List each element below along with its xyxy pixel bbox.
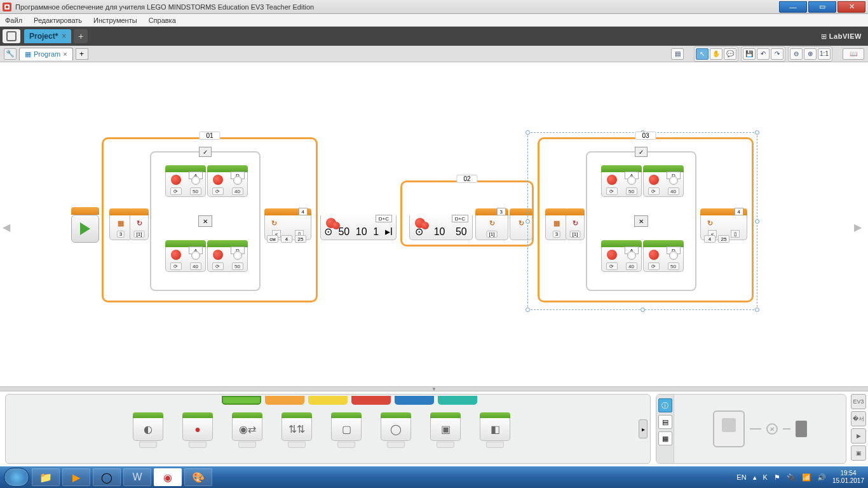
home-button[interactable]	[3, 29, 20, 43]
close-button[interactable]: ✕	[837, 1, 865, 13]
taskbar-chrome[interactable]: ◯	[93, 468, 121, 486]
palette-tab-data[interactable]	[351, 396, 391, 405]
zoom-out-button[interactable]: ⊖	[790, 48, 803, 60]
switch-1-true[interactable]: ✓	[199, 147, 212, 157]
loop-01-count[interactable]: 3	[117, 231, 125, 238]
taskbar-media[interactable]: ▶	[62, 468, 90, 486]
zoom-in-button[interactable]: ⊕	[804, 48, 817, 60]
palette-move-steering[interactable]: ◉⇄	[232, 412, 262, 448]
palette-large-motor[interactable]: ●	[182, 412, 213, 448]
undo-button[interactable]: ↶	[757, 48, 770, 60]
tray-power-icon[interactable]: 🔌	[787, 473, 796, 482]
taskbar-ev3[interactable]: ◉	[154, 468, 182, 486]
menu-help[interactable]: Справка	[149, 17, 176, 24]
tray-volume-icon[interactable]: 🔊	[817, 473, 826, 482]
palette-tab-flow[interactable]	[265, 396, 304, 405]
palette-tab-sensor[interactable]	[308, 396, 348, 405]
download-button[interactable]: �서	[851, 411, 866, 426]
switch-2-false[interactable]: ✕	[634, 215, 648, 227]
move-steer-block-2[interactable]: D+C ⊙1050	[409, 208, 473, 240]
move-steer-block-1[interactable]: D+C ⊙50101▸I	[320, 208, 397, 240]
tray-flag-icon[interactable]: ⚑	[774, 473, 780, 482]
canvas[interactable]: ◀ ▶ 01 ✓ ✕ ▦ 3 ↻ [1] A ⟳50 D ⟳40 A ⟳40	[0, 62, 868, 386]
loop-01-exit-unit[interactable]: см	[267, 235, 278, 243]
loop-02-exit-val[interactable]: [1]	[487, 231, 498, 238]
switch-2-true[interactable]: ✓	[635, 147, 648, 157]
palette-brick-status[interactable]: ▣	[430, 412, 461, 448]
add-program-button[interactable]: +	[76, 48, 88, 60]
loop-03-label: 03	[635, 132, 656, 140]
run-selected-button[interactable]: ▣	[851, 445, 866, 461]
motor-block-a-40[interactable]: A ⟳40	[165, 240, 206, 272]
motor-block-d-50-b[interactable]: D ⟳50	[643, 240, 684, 272]
project-tab[interactable]: Project* ×	[24, 29, 71, 43]
palette-screen[interactable]: ◧	[480, 412, 510, 448]
menu-file[interactable]: Файл	[5, 17, 22, 24]
palette-medium-motor[interactable]: ◐	[133, 412, 163, 448]
palette-tab-action[interactable]	[222, 396, 261, 405]
content-editor-button[interactable]: 📖	[843, 48, 864, 60]
seq-next-arrow[interactable]: ▶	[854, 221, 862, 233]
redo-button[interactable]: ↷	[771, 48, 783, 60]
tray-up-icon[interactable]: ▴	[753, 473, 757, 482]
palette-tab-myblocks[interactable]	[438, 396, 477, 405]
file-tool-group: 💾 ↶ ↷	[741, 46, 785, 62]
menu-bar: Файл Редактировать Инструменты Справка	[0, 14, 868, 27]
switch-1-false[interactable]: ✕	[198, 215, 212, 227]
motor-block-d-40[interactable]: D ⟳40	[207, 165, 248, 197]
pan-tool[interactable]: ✋	[710, 48, 722, 60]
seq-prev-arrow[interactable]: ◀	[3, 221, 10, 233]
hw-tab-ports[interactable]: ▤	[658, 415, 672, 429]
switch-1-input-val[interactable]: [1]	[134, 231, 145, 238]
motor-block-a-50-b[interactable]: A ⟳50	[601, 165, 642, 197]
zoom-fit-button[interactable]: 1:1	[818, 48, 831, 60]
ev3-label[interactable]: EV3	[851, 394, 866, 409]
loop-01-exit-p2[interactable]: 25	[295, 235, 306, 243]
menu-tools[interactable]: Инструменты	[93, 17, 137, 24]
hw-tab-brick[interactable]: ▦	[658, 431, 672, 445]
palette-tab-advanced[interactable]	[395, 396, 434, 405]
program-tab[interactable]: ▦ Program ×	[19, 48, 73, 60]
taskbar[interactable]: 📁 ▶ ◯ W ◉ 🎨 EN ▴ K ⚑ 🔌 📶 🔊 19:54 15.01.2…	[0, 466, 868, 488]
tray-network-icon[interactable]: 📶	[802, 473, 811, 482]
document-button[interactable]: ▤	[671, 48, 684, 60]
program-toolbar-row: 🔧 ▦ Program × + ▤ ↖ ✋ 💬 💾 ↶ ↷ ⊖ ⊕ 1:1 📖	[0, 46, 868, 62]
switch-2-input[interactable]: ↻[1]	[566, 208, 585, 240]
project-tab-close[interactable]: ×	[62, 32, 66, 41]
loop-03-index[interactable]: ▦3	[545, 208, 568, 240]
palette-sound[interactable]: ◯	[381, 412, 411, 448]
palette-display[interactable]: ▢	[331, 412, 362, 448]
taskbar-explorer[interactable]: 📁	[32, 468, 60, 486]
run-button[interactable]: ▶	[851, 428, 866, 444]
maximize-button[interactable]: ▭	[808, 1, 836, 13]
motor-block-a-50[interactable]: A ⟳50	[165, 165, 206, 197]
taskbar-paint[interactable]: 🎨	[184, 468, 212, 486]
taskbar-word[interactable]: W	[123, 468, 151, 486]
tray-lang[interactable]: EN	[736, 473, 746, 481]
hw-tab-info[interactable]: ⓘ	[658, 398, 672, 412]
palette-scroll-right[interactable]: ▸	[639, 419, 648, 438]
save-button[interactable]: 💾	[743, 48, 756, 60]
brick-icon[interactable]	[713, 410, 745, 447]
minimize-button[interactable]: —	[779, 1, 807, 13]
switch-1-input[interactable]: ↻ [1]	[130, 208, 149, 240]
loop-01-index[interactable]: ▦ 3	[109, 208, 132, 240]
pointer-tool[interactable]: ↖	[696, 48, 709, 60]
hw-view: ✕	[674, 395, 846, 463]
motor-block-d-50[interactable]: D ⟳50	[207, 240, 248, 272]
start-button[interactable]	[4, 468, 29, 487]
add-project-button[interactable]: +	[74, 29, 88, 43]
start-block[interactable]	[71, 215, 99, 243]
motor-block-a-40-b[interactable]: A ⟳40	[601, 240, 642, 272]
loop-01-exit-p1[interactable]: 4	[281, 235, 292, 243]
comment-tool[interactable]: 💬	[724, 48, 736, 60]
loop-02-exit[interactable]: ↻ [1] 3	[475, 208, 508, 240]
project-settings-button[interactable]: 🔧	[4, 48, 17, 60]
program-tab-close[interactable]: ×	[63, 50, 67, 58]
palette-move-tank[interactable]: ⇅⇅	[281, 412, 312, 448]
menu-edit[interactable]: Редактировать	[34, 17, 82, 24]
tray-clock[interactable]: 19:54 15.01.2017	[832, 470, 864, 485]
splitter[interactable]	[0, 386, 868, 391]
motor-block-d-40-b[interactable]: D ⟳40	[643, 165, 684, 197]
tray-kaspersky-icon[interactable]: K	[763, 473, 768, 481]
